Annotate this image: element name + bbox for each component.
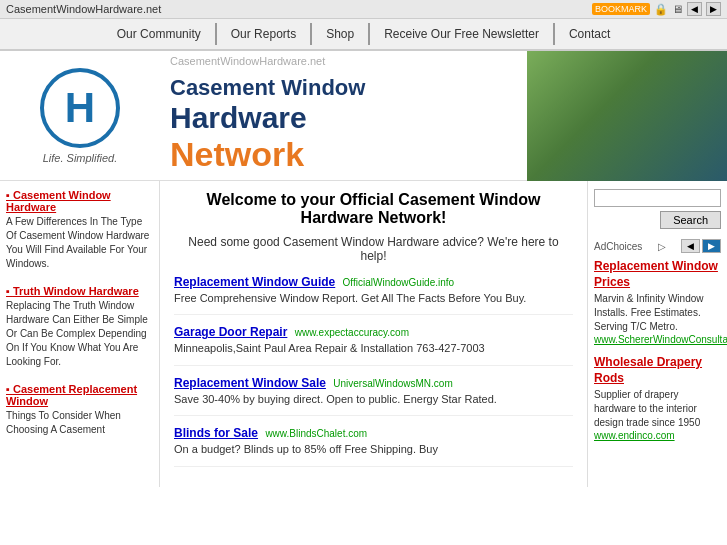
ad-nav-prev[interactable]: ◀ [681,239,700,253]
right-ad-item: Wholesale Drapery Rods Supplier of drape… [594,355,721,441]
welcome-subtext: Need some good Casement Window Hardware … [174,235,573,263]
sidebar-item: Truth Window Hardware Replacing The Trut… [6,285,153,369]
browser-icon2: 🖥 [672,3,683,15]
header-photo-placeholder [527,51,727,181]
ads-list: Replacement Window Guide OfficialWindowG… [174,275,573,467]
center-content: Welcome to your Official Casement Window… [160,181,587,487]
nav-item-our-reports[interactable]: Our Reports [215,23,310,45]
header-title: Casement Window Hardware Network [170,75,527,174]
adchoices-bar: AdChoices ▷ ◀ ▶ [594,239,721,253]
right-ad-item: Replacement Window Prices Marvin & Infin… [594,259,721,345]
nav-item-our-community[interactable]: Our Community [103,23,215,45]
logo-letter: H [65,87,95,129]
left-sidebar: Casement Window Hardware A Few Differenc… [0,181,160,487]
logo-circle: H [40,68,120,148]
ad-link-title[interactable]: Replacement Window Guide [174,275,335,289]
main-content: Casement Window Hardware A Few Differenc… [0,181,727,487]
browser-btn2[interactable]: ▶ [706,2,721,16]
ad-nav-next[interactable]: ▶ [702,239,721,253]
ad-link-url[interactable]: UniversalWindowsMN.com [333,378,452,389]
ad-link-item: Garage Door Repair www.expectaccuracy.co… [174,325,573,365]
ad-link-row: Garage Door Repair www.expectaccuracy.co… [174,325,573,339]
header-line3: Network [170,135,527,174]
nav-item-contact[interactable]: Contact [553,23,624,45]
sidebar-item-title[interactable]: Truth Window Hardware [6,285,153,297]
header-line1: Casement Window [170,75,527,101]
ad-link-title[interactable]: Replacement Window Sale [174,376,326,390]
ad-link-item: Blinds for Sale www.BlindsChalet.com On … [174,426,573,466]
ad-link-desc: On a budget? Blinds up to 85% off Free S… [174,442,573,457]
header-main: CasementWindowHardware.net Casement Wind… [160,47,527,184]
welcome-heading: Welcome to your Official Casement Window… [174,191,573,227]
ad-link-url[interactable]: www.expectaccuracy.com [295,327,409,338]
ad-link-desc: Free Comprehensive Window Report. Get Al… [174,291,573,306]
header-line2: Hardware [170,101,527,135]
adchoices-icon: ▷ [658,241,666,252]
logo-area: H Life. Simplified. [0,51,160,180]
right-ad-title[interactable]: Replacement Window Prices [594,259,721,290]
right-ad-desc: Supplier of drapery hardware to the inte… [594,388,721,430]
right-ad-url[interactable]: www.endinco.com [594,430,721,441]
browser-btn1[interactable]: ◀ [687,2,702,16]
ad-link-desc: Minneapolis,Saint Paul Area Repair & Ins… [174,341,573,356]
ad-link-url[interactable]: OfficialWindowGuide.info [343,277,455,288]
nav-item-receive-our-free-newsletter[interactable]: Receive Our Free Newsletter [368,23,553,45]
sidebar-item-text: Things To Consider When Choosing A Casem… [6,409,153,437]
ad-link-row: Replacement Window Sale UniversalWindows… [174,376,573,390]
ad-link-row: Replacement Window Guide OfficialWindowG… [174,275,573,289]
ad-link-desc: Save 30-40% by buying direct. Open to pu… [174,392,573,407]
sidebar-item: Casement Replacement Window Things To Co… [6,383,153,437]
sidebar-item-text: A Few Differences In The Type Of Casemen… [6,215,153,271]
search-input[interactable] [594,189,721,207]
bookmark-icon[interactable]: BOOKMARK [592,3,650,15]
header: H Life. Simplified. CasementWindowHardwa… [0,51,727,181]
top-bar: CasementWindowHardware.net BOOKMARK 🔒 🖥 … [0,0,727,19]
sidebar-item-title[interactable]: Casement Replacement Window [6,383,153,407]
sidebar-item-text: Replacing The Truth Window Hardware Can … [6,299,153,369]
sidebar-item: Casement Window Hardware A Few Differenc… [6,189,153,271]
bookmark-area: BOOKMARK 🔒 🖥 ◀ ▶ [592,2,721,16]
ad-link-url[interactable]: www.BlindsChalet.com [265,428,367,439]
right-ads: Replacement Window Prices Marvin & Infin… [594,259,721,441]
search-button[interactable]: Search [660,211,721,229]
ad-link-title[interactable]: Blinds for Sale [174,426,258,440]
nav-item-shop[interactable]: Shop [310,23,368,45]
browser-icon1: 🔒 [654,3,668,16]
right-ad-desc: Marvin & Infinity Window Installs. Free … [594,292,721,334]
adchoices-label: AdChoices [594,241,642,252]
right-sidebar: Search AdChoices ▷ ◀ ▶ Replacement Windo… [587,181,727,487]
search-box: Search [594,189,721,229]
ad-link-title[interactable]: Garage Door Repair [174,325,287,339]
ad-link-item: Replacement Window Sale UniversalWindows… [174,376,573,416]
ad-link-row: Blinds for Sale www.BlindsChalet.com [174,426,573,440]
site-url: CasementWindowHardware.net [6,3,161,15]
right-ad-title[interactable]: Wholesale Drapery Rods [594,355,721,386]
ad-link-item: Replacement Window Guide OfficialWindowG… [174,275,573,315]
header-photo [527,51,727,181]
sidebar-item-title[interactable]: Casement Window Hardware [6,189,153,213]
logo-tagline: Life. Simplified. [43,152,118,164]
header-domain: CasementWindowHardware.net [170,55,325,67]
right-ad-url[interactable]: www.SchererWindowConsultan... [594,334,721,345]
